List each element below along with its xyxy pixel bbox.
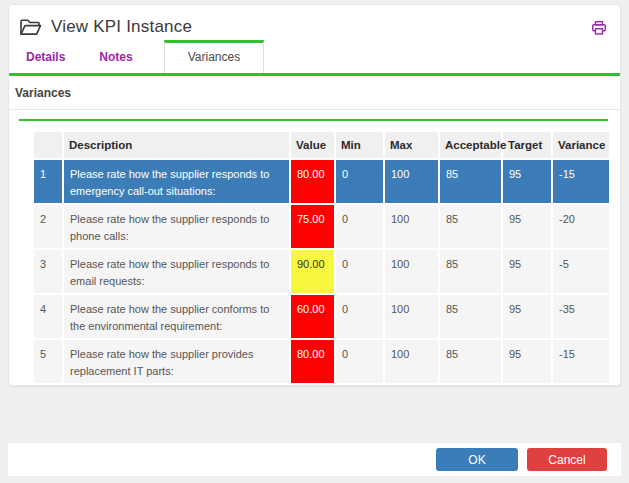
row-acceptable: 85: [440, 340, 501, 383]
row-value: 60.00: [291, 295, 334, 338]
row-min: 0: [336, 295, 383, 338]
section-title: Variances: [15, 86, 620, 109]
row-min: 0: [336, 160, 383, 203]
row-acceptable: 85: [440, 295, 501, 338]
table-row[interactable]: 1 Please rate how the supplier responds …: [34, 160, 609, 203]
row-min: 0: [336, 340, 383, 383]
row-variance: -20: [553, 205, 609, 248]
col-max: Max: [385, 132, 438, 158]
open-folder-icon: [19, 18, 42, 37]
col-target: Target: [503, 132, 551, 158]
col-acceptable: Acceptable: [440, 132, 501, 158]
dialog-footer: OK Cancel: [8, 443, 621, 476]
cancel-button[interactable]: Cancel: [527, 448, 607, 471]
tab-notes[interactable]: Notes: [82, 42, 149, 73]
tab-variances[interactable]: Variances: [164, 40, 264, 73]
dialog-header: View KPI Instance: [9, 5, 620, 41]
row-acceptable: 85: [440, 205, 501, 248]
row-target: 95: [503, 160, 551, 203]
section-divider: [9, 109, 620, 110]
row-description: Please rate how the supplier responds to…: [64, 160, 289, 203]
variances-table: Description Value Min Max Acceptable Tar…: [32, 130, 611, 385]
ok-button[interactable]: OK: [436, 448, 518, 471]
row-max: 100: [385, 340, 438, 383]
tab-details[interactable]: Details: [9, 42, 82, 73]
row-description: Please rate how the supplier responds to…: [64, 205, 289, 248]
row-max: 100: [385, 160, 438, 203]
row-min: 0: [336, 250, 383, 293]
row-max: 100: [385, 205, 438, 248]
table-row[interactable]: 4 Please rate how the supplier conforms …: [34, 295, 609, 338]
col-num: [34, 132, 62, 158]
row-max: 100: [385, 250, 438, 293]
dialog-title: View KPI Instance: [51, 17, 192, 37]
table-body: 1 Please rate how the supplier responds …: [34, 160, 609, 383]
row-value: 80.00: [291, 340, 334, 383]
col-min: Min: [336, 132, 383, 158]
row-target: 95: [503, 295, 551, 338]
row-description: Please rate how the supplier conforms to…: [64, 295, 289, 338]
row-description: Please rate how the supplier provides re…: [64, 340, 289, 383]
row-max: 100: [385, 295, 438, 338]
row-target: 95: [503, 205, 551, 248]
table-header: Description Value Min Max Acceptable Tar…: [34, 132, 609, 158]
variances-panel: Variances Description Value Min Max Acce…: [9, 86, 620, 385]
row-value: 90.00: [291, 250, 334, 293]
row-variance: -35: [553, 295, 609, 338]
row-number: 4: [34, 295, 62, 338]
row-number: 5: [34, 340, 62, 383]
row-number: 3: [34, 250, 62, 293]
row-acceptable: 85: [440, 250, 501, 293]
row-value: 80.00: [291, 160, 334, 203]
row-number: 2: [34, 205, 62, 248]
table-row[interactable]: 5 Please rate how the supplier provides …: [34, 340, 609, 383]
green-rule: [19, 119, 608, 121]
row-number: 1: [34, 160, 62, 203]
col-variance: Variance: [553, 132, 609, 158]
row-target: 95: [503, 340, 551, 383]
row-value: 75.00: [291, 205, 334, 248]
col-value: Value: [291, 132, 334, 158]
row-target: 95: [503, 250, 551, 293]
row-min: 0: [336, 205, 383, 248]
row-variance: -5: [553, 250, 609, 293]
printer-icon[interactable]: [591, 20, 607, 36]
row-acceptable: 85: [440, 160, 501, 203]
table-row[interactable]: 2 Please rate how the supplier responds …: [34, 205, 609, 248]
row-description: Please rate how the supplier responds to…: [64, 250, 289, 293]
table-row[interactable]: 3 Please rate how the supplier responds …: [34, 250, 609, 293]
view-kpi-instance-dialog: View KPI Instance Details Notes Variance…: [8, 4, 621, 386]
col-description: Description: [64, 132, 289, 158]
row-variance: -15: [553, 340, 609, 383]
row-variance: -15: [553, 160, 609, 203]
tab-bar: Details Notes Variances: [9, 45, 620, 76]
